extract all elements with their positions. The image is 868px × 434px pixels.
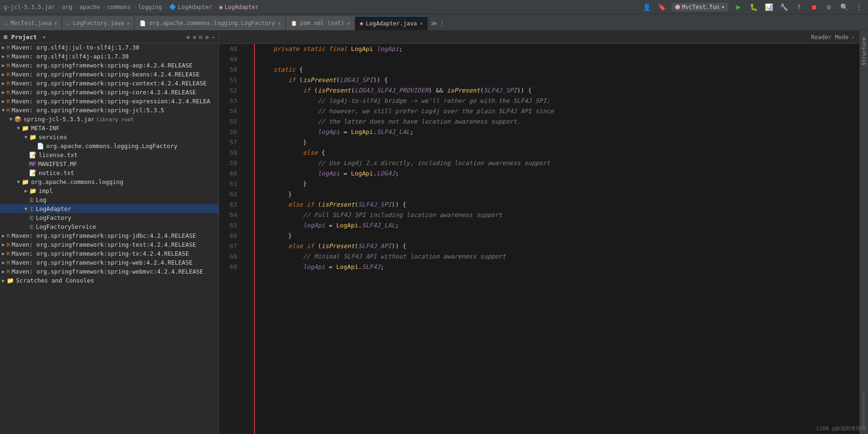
sidebar-item-7[interactable]: ▼ M Maven: org.springframework:spring-jc… — [0, 106, 219, 115]
line-number-59: 59 — [219, 158, 237, 168]
code-line-68: // Minimal SLF4J API without location aw… — [259, 251, 850, 262]
breadcrumb-logging[interactable]: logging — [138, 4, 162, 10]
sidebar-item-20[interactable]: C LogFactoryService — [0, 222, 219, 231]
scrollbar-thumb[interactable] — [863, 392, 865, 429]
code-editor[interactable]: 4849505152535455565758596061626364656667… — [219, 44, 860, 434]
tree-arrow-1: ▶ — [0, 54, 7, 59]
sidebar-item-2[interactable]: ▶ M Maven: org.springframework:spring-ao… — [0, 61, 219, 70]
tree-label-5: Maven: org.springframework:spring-core:4… — [12, 89, 196, 96]
sidebar-item-1[interactable]: ▶ M Maven: org.slf4j:slf4j-api:1.7.30 — [0, 52, 219, 61]
code-line-54: // however, we still prefer Log4j over t… — [259, 106, 850, 117]
sidebar-item-25[interactable]: ▶ M Maven: org.springframework:spring-we… — [0, 267, 219, 276]
sidebar-icon-locate[interactable]: ⊕ — [187, 34, 190, 41]
tab-logfactory-close[interactable]: ✕ — [127, 21, 130, 26]
profile-button[interactable]: 🔧 — [778, 2, 789, 12]
breadcrumb-apache[interactable]: apache — [80, 4, 100, 10]
tab-logfactory-service[interactable]: 📄 org.apache.commons.logging.LogFactory … — [135, 16, 286, 30]
tab-logadapter-close[interactable]: ✕ — [420, 21, 423, 26]
tab-logfactory[interactable]: ☕ LogFactory.java ✕ — [62, 16, 135, 30]
help-button[interactable]: ? — [794, 2, 804, 12]
sidebar-item-26[interactable]: ▶ 📁 Scratches and Consoles — [0, 276, 219, 285]
sidebar-item-18[interactable]: ▼ I LogAdapter — [0, 204, 219, 213]
sidebar-item-14[interactable]: 📝 notice.txt — [0, 168, 219, 177]
run-button[interactable]: ▶ — [733, 2, 744, 12]
sidebar-item-4[interactable]: ▶ M Maven: org.springframework:spring-co… — [0, 79, 219, 88]
structure-label: Structure — [861, 37, 867, 66]
code-line-65: logApi = LogApi.SLF4J_LAL; — [259, 220, 850, 231]
code-line-51: if (isPresent(LOG4J_SPI)) { — [259, 75, 850, 85]
sidebar-item-16[interactable]: ▶ 📁 impl — [0, 186, 219, 195]
tree-arrow-2: ▶ — [0, 63, 7, 68]
breadcrumb-org[interactable]: org — [62, 4, 73, 10]
sidebar-item-6[interactable]: ▶ M Maven: org.springframework:spring-ex… — [0, 97, 219, 106]
user-icon[interactable]: 👤 — [641, 2, 652, 12]
breadcrumb-logadapter-class[interactable]: LogAdapter — [224, 4, 258, 10]
tree-icon-12: 📝 — [29, 151, 37, 159]
tree-arrow-6: ▶ — [0, 99, 7, 104]
tree-icon-13: MF — [29, 160, 36, 167]
search-button[interactable]: 🔍 — [839, 2, 849, 12]
sidebar-icon-hide[interactable]: − — [212, 34, 215, 41]
code-line-53: // log4j-to-slf4j bridge -> we'll rather… — [259, 96, 850, 106]
tab-overflow[interactable]: ≫ ⋮ — [428, 16, 448, 30]
coverage-button[interactable]: 📊 — [763, 2, 774, 12]
sidebar-item-22[interactable]: ▶ M Maven: org.springframework:spring-te… — [0, 240, 219, 249]
sidebar-item-19[interactable]: C LogFactory — [0, 213, 219, 222]
tab-logfactory-service-label: org.apache.commons.logging.LogFactory — [149, 20, 275, 26]
tab-logfactory-service-close[interactable]: ✕ — [278, 21, 281, 26]
tree-label-21: Maven: org.springframework:spring-jdbc:4… — [12, 232, 196, 239]
tree-label-13: MANIFEST.MF — [38, 160, 77, 167]
settings-button[interactable]: ⚙ — [824, 2, 834, 12]
sidebar-icon-expand[interactable]: ≡ — [193, 34, 196, 41]
tree-arrow-7: ▼ — [0, 108, 7, 113]
sidebar-header: ⊞ Project ▾ ⊕ ≡ ⊟ ⚙ − — [0, 32, 219, 43]
sidebar-item-11[interactable]: 📄 org.apache.commons.logging.LogFactory — [0, 142, 219, 150]
sidebar-item-9[interactable]: ▼ 📁 META-INF — [0, 124, 219, 133]
sidebar-item-10[interactable]: ▼ 📁 services — [0, 133, 219, 142]
stop-button[interactable]: ⏹ — [809, 2, 819, 12]
tab-logadapter[interactable]: ◉ LogAdapter.java ✕ — [355, 16, 428, 30]
sidebar-item-15[interactable]: ▼ 📁 org.apache.commons.logging — [0, 177, 219, 186]
tab-pomxml-icon: 📋 — [291, 20, 297, 26]
sep1: › — [57, 4, 60, 10]
line-number-60: 60 — [219, 168, 237, 179]
line-number-48: 48 — [219, 44, 237, 54]
tab-pomxml-close[interactable]: ✕ — [347, 21, 350, 26]
breadcrumb-logadapter-interface[interactable]: LogAdapter — [178, 4, 212, 10]
tree-arrow-8: ▼ — [8, 117, 14, 122]
more-button[interactable]: ⋮ — [854, 2, 864, 12]
tree-label-23: Maven: org.springframework:spring-tx:4.2… — [12, 250, 189, 257]
sidebar-item-3[interactable]: ▶ M Maven: org.springframework:spring-be… — [0, 70, 219, 79]
line-number-62: 62 — [219, 189, 237, 200]
sidebar-item-23[interactable]: ▶ M Maven: org.springframework:spring-tx… — [0, 249, 219, 258]
tab-pomxml[interactable]: 📋 pom.xml (vat) ✕ — [286, 16, 355, 30]
sidebar-item-8[interactable]: ▼ 📦 spring-jcl-5.3.5.jarlibrary root — [0, 115, 219, 124]
tree-label-1: Maven: org.slf4j:slf4j-api:1.7.30 — [12, 53, 129, 60]
reader-mode-button[interactable]: Reader Mode ✓ — [811, 34, 855, 41]
sidebar-item-24[interactable]: ▶ M Maven: org.springframework:spring-we… — [0, 258, 219, 267]
sidebar-item-13[interactable]: MF MANIFEST.MF — [0, 159, 219, 168]
sidebar-dropdown[interactable]: ▾ — [42, 34, 46, 41]
sidebar-icon-collapse[interactable]: ⊟ — [199, 34, 202, 41]
tree-icon-17: I — [29, 196, 34, 203]
tree-label-14: notice.txt — [39, 169, 74, 176]
sidebar-item-12[interactable]: 📝 license.txt — [0, 150, 219, 159]
breadcrumb-commons[interactable]: commons — [107, 4, 131, 10]
tab-mvctest[interactable]: ☕ MvcTest.java ✕ — [0, 16, 62, 30]
tree-icon-14: 📝 — [29, 169, 37, 176]
sidebar-icon-settings[interactable]: ⚙ — [205, 34, 209, 41]
debug-button[interactable]: 🐛 — [748, 2, 759, 12]
breadcrumb-jar[interactable]: g-jcl-5.3.5.jar — [4, 4, 55, 10]
run-config[interactable]: MvcTest.fun ▾ — [671, 3, 729, 11]
sidebar-item-0[interactable]: ▶ M Maven: org.slf4j:jul-to-slf4j:1.7.30 — [0, 43, 219, 52]
sidebar-item-21[interactable]: ▶ M Maven: org.springframework:spring-jd… — [0, 231, 219, 240]
run-config-label: MvcTest.fun — [682, 4, 719, 10]
bookmark-icon[interactable]: 🔖 — [656, 2, 667, 12]
line-number-63: 63 — [219, 200, 237, 210]
sep4: › — [133, 4, 136, 10]
tree-arrow-15: ▼ — [15, 179, 22, 184]
tab-mvctest-close[interactable]: ✕ — [54, 21, 57, 26]
sidebar-item-5[interactable]: ▶ M Maven: org.springframework:spring-co… — [0, 88, 219, 97]
tree-icon-8: 📦 — [14, 116, 22, 123]
sidebar-item-17[interactable]: I Log — [0, 195, 219, 204]
